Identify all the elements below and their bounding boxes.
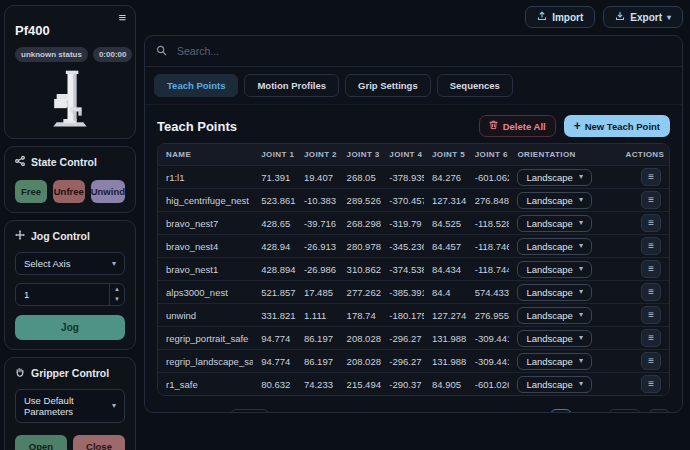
gripper-open-button[interactable]: Open <box>15 435 67 450</box>
table-row[interactable]: hig_centrifuge_nest 523.861 -10.383 289.… <box>158 188 669 211</box>
jog-distance-field: ▲ ▼ <box>15 283 125 306</box>
cell-joint4: -378.935 <box>381 165 424 188</box>
orientation-value: Landscape <box>526 241 572 252</box>
orientation-select[interactable]: Landscape ▾ <box>517 238 592 255</box>
chevron-down-icon: ▾ <box>579 334 583 342</box>
cell-joint6: -601.026 <box>467 372 510 395</box>
state-control-icon <box>15 156 25 168</box>
chevron-down-icon: ▾ <box>579 288 583 296</box>
orientation-select[interactable]: Landscape ▾ <box>517 261 592 278</box>
row-actions-button[interactable]: ≡ <box>641 168 661 186</box>
row-actions-button[interactable]: ≡ <box>641 237 661 255</box>
row-actions-button[interactable]: ≡ <box>641 329 661 347</box>
row-actions-button[interactable]: ≡ <box>641 375 661 393</box>
cell-joint2: 17.485 <box>296 280 339 303</box>
cell-joint5: 84.4 <box>424 280 467 303</box>
import-button[interactable]: Import <box>525 6 595 28</box>
stepper-up-icon[interactable]: ▲ <box>110 284 124 294</box>
unfree-button[interactable]: Unfree <box>53 180 85 203</box>
axis-select[interactable]: Select Axis ▾ <box>15 252 125 275</box>
items-per-page-label: Items per page: <box>157 413 223 414</box>
cell-joint1: 80.632 <box>253 372 296 395</box>
chevron-down-icon: ▾ <box>579 357 583 365</box>
table-row[interactable]: r1_safe 80.632 74.233 215.494 -290.37 84… <box>158 372 669 395</box>
delete-all-label: Delete All <box>503 121 546 132</box>
row-actions-button[interactable]: ≡ <box>641 352 661 370</box>
row-actions-button[interactable]: ≡ <box>641 214 661 232</box>
free-button[interactable]: Free <box>15 180 47 203</box>
orientation-select[interactable]: Landscape ▾ <box>517 192 592 209</box>
table-row[interactable]: r1:l1 71.391 19.407 268.05 -378.935 84.2… <box>158 165 669 188</box>
table-row[interactable]: bravo_nest4 428.94 -26.913 280.978 -345.… <box>158 234 669 257</box>
cell-joint6: -309.441 <box>467 349 510 372</box>
search-input[interactable] <box>175 44 671 58</box>
cell-joint4: -319.79 <box>381 211 424 234</box>
orientation-value: Landscape <box>526 310 572 321</box>
cell-joint3: 268.298 <box>339 211 382 234</box>
new-teach-point-button[interactable]: + New Teach Point <box>564 115 670 137</box>
row-actions-button[interactable]: ≡ <box>641 191 661 209</box>
row-actions-button[interactable]: ≡ <box>641 306 661 324</box>
cell-joint4: -180.175 <box>381 303 424 326</box>
table-row[interactable]: bravo_nest7 428.65 -39.716 268.298 -319.… <box>158 211 669 234</box>
orientation-select[interactable]: Landscape ▾ <box>517 376 592 393</box>
orientation-select[interactable]: Landscape ▾ <box>517 215 592 232</box>
cell-joint4: -296.27 <box>381 326 424 349</box>
row-actions-button[interactable]: ≡ <box>641 260 661 278</box>
previous-page-button[interactable]: ‹ <box>550 409 572 414</box>
table-row[interactable]: bravo_nest1 428.894 -26.986 310.862 -374… <box>158 257 669 280</box>
orientation-value: Landscape <box>526 379 572 390</box>
page-select[interactable]: 2 ▾ <box>608 409 641 414</box>
orientation-select[interactable]: Landscape ▾ <box>517 353 592 370</box>
cell-joint1: 523.861 <box>253 188 296 211</box>
cell-joint2: -10.383 <box>296 188 339 211</box>
cell-joint3: 280.978 <box>339 234 382 257</box>
delete-all-button[interactable]: Delete All <box>479 115 556 137</box>
axis-select-value: Select Axis <box>24 258 70 269</box>
gripper-params-select[interactable]: Use Default Parameters ▾ <box>15 389 125 423</box>
tab[interactable]: Grip Settings <box>345 74 431 97</box>
orientation-select[interactable]: Landscape ▾ <box>517 284 592 301</box>
orientation-select[interactable]: Landscape ▾ <box>517 307 592 324</box>
orientation-value: Landscape <box>526 172 572 183</box>
tab[interactable]: Motion Profiles <box>244 74 339 97</box>
tab[interactable]: Teach Points <box>154 74 238 97</box>
table-row[interactable]: regrip_landscape_safe 94.774 86.197 208.… <box>158 349 669 372</box>
export-button[interactable]: Export ▾ <box>603 6 683 28</box>
orientation-value: Landscape <box>526 333 572 344</box>
next-page-button[interactable]: › <box>648 409 670 414</box>
cell-orientation: Landscape ▾ <box>509 303 617 326</box>
cell-joint3: 215.494 <box>339 372 382 395</box>
tab[interactable]: Sequences <box>437 74 513 97</box>
page-value: 2 <box>617 413 622 414</box>
gripper-close-button[interactable]: Close <box>73 435 125 450</box>
state-control-title: State Control <box>31 156 97 168</box>
cell-joint2: 86.197 <box>296 326 339 349</box>
cell-actions: ≡ <box>617 349 669 372</box>
orientation-select[interactable]: Landscape ▾ <box>517 169 592 186</box>
jog-button[interactable]: Jog <box>15 315 125 340</box>
upload-icon <box>537 11 547 23</box>
table-row[interactable]: regrip_portrait_safe 94.774 86.197 208.0… <box>158 326 669 349</box>
items-per-page-select[interactable]: 10 ▾ <box>230 409 269 414</box>
cell-joint6: -601.062 <box>467 165 510 188</box>
number-stepper: ▲ ▼ <box>109 284 124 305</box>
robot-image <box>15 69 125 129</box>
table-header-row: NAMEJOINT 1JOINT 2JOINT 3JOINT 4JOINT 5J… <box>158 144 669 165</box>
orientation-select[interactable]: Landscape ▾ <box>517 330 592 347</box>
row-actions-button[interactable]: ≡ <box>641 283 661 301</box>
column-header: JOINT 3 <box>339 144 382 165</box>
column-header: ORIENTATION <box>509 144 617 165</box>
hamburger-menu-icon[interactable]: ≡ <box>118 11 126 24</box>
chevron-down-icon: ▾ <box>579 173 583 181</box>
unwind-button[interactable]: Unwind <box>91 180 125 203</box>
stepper-down-icon[interactable]: ▼ <box>110 294 124 304</box>
cell-joint5: 84.525 <box>424 211 467 234</box>
jog-control-card: Jog Control Select Axis ▾ ▲ ▼ Jog <box>4 220 136 350</box>
cell-joint5: 131.988 <box>424 349 467 372</box>
table-row[interactable]: alps3000_nest 521.857 17.485 277.262 -38… <box>158 280 669 303</box>
table-row[interactable]: unwind 331.821 1.111 178.74 -180.175 127… <box>158 303 669 326</box>
cell-name: bravo_nest7 <box>158 211 253 234</box>
jog-distance-input[interactable] <box>16 284 109 305</box>
cell-joint1: 94.774 <box>253 349 296 372</box>
